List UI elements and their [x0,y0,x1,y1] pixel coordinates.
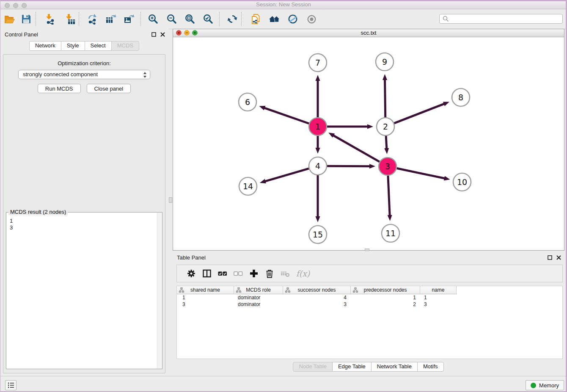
table-header-row: shared nameMCDS rolesuccessor nodesprede… [177,286,562,294]
import-table-icon[interactable] [63,12,77,26]
svg-text:4: 4 [315,161,320,171]
graph-node-2[interactable]: 2 [377,118,394,135]
graph-edge-2-3[interactable] [386,136,387,149]
column-header-name[interactable]: name [420,286,457,294]
graph-edge-arrowhead [369,164,375,168]
table-cell: dominator [234,295,283,301]
copy-view-icon[interactable] [248,12,263,26]
optimization-criterion-select[interactable]: strongly connected component [18,70,150,79]
graph-node-10[interactable]: 10 [453,173,471,191]
export-network-icon[interactable] [85,12,99,26]
svg-text:6: 6 [245,97,250,107]
column-header-MCDS-role[interactable]: MCDS role [234,286,283,294]
run-mcds-button[interactable]: Run MCDS [38,84,81,93]
close-table-panel-icon[interactable] [556,255,561,260]
graph-node-7[interactable]: 7 [309,54,327,72]
graph-node-15[interactable]: 15 [309,226,327,243]
svg-text:9: 9 [382,57,387,66]
network-view-window: scc.txt 7968124314101511 [173,29,564,251]
table-cell: dominator [234,301,283,307]
status-bar: Memory [0,376,567,392]
zoom-fit-icon[interactable] [183,12,197,26]
graph-edge-arrowhead [443,102,449,106]
memory-label: Memory [539,382,559,389]
column-label: MCDS role [246,287,271,293]
add-column-icon[interactable] [246,267,261,280]
network-window-titlebar[interactable]: scc.txt [173,29,564,37]
graph-edge-4-14[interactable] [264,168,309,181]
search-input[interactable] [451,14,562,23]
deselect-all-icon[interactable] [230,267,246,280]
memory-status-dot-icon [531,383,536,388]
graph-node-1[interactable]: 1 [309,118,327,135]
graph-node-11[interactable]: 11 [382,224,399,242]
tab-select[interactable]: Select [85,41,112,51]
select-all-icon[interactable] [215,267,230,280]
graph-edge-4-3[interactable] [327,166,370,166]
show-hide-eye-icon[interactable] [304,12,319,26]
delete-column-icon[interactable] [261,267,277,280]
tab-edge-table[interactable]: Edge Table [332,362,372,372]
column-header-predecessor-nodes[interactable]: predecessor nodes [351,286,420,294]
graph-edge-1-6[interactable] [264,108,309,124]
refresh-icon[interactable] [225,12,239,26]
open-session-icon[interactable] [2,12,17,26]
tab-mcds[interactable]: MCDS [111,41,139,51]
graph-node-8[interactable]: 8 [452,88,470,106]
vertical-splitter-handle[interactable] [169,197,172,203]
float-table-panel-icon[interactable] [547,255,552,260]
table-toolbar: f(x) [176,265,563,282]
network-canvas[interactable]: 7968124314101511 [173,37,564,250]
memory-button[interactable]: Memory [526,380,564,390]
tab-network[interactable]: Network [29,41,61,51]
table-row[interactable]: 3dominator323 [177,301,562,308]
table-cell: 4 [283,295,351,301]
home-icon[interactable] [267,12,281,26]
graph-edge-2-9[interactable] [385,79,385,117]
save-session-icon[interactable] [19,12,33,26]
graph-edge-arrowhead [384,148,389,154]
tab-node-table[interactable]: Node Table [293,362,333,372]
graph-node-4[interactable]: 4 [309,157,327,175]
column-header-successor-nodes[interactable]: successor nodes [283,286,351,294]
graph-node-3[interactable]: 3 [379,157,396,175]
graph-edge-3-1[interactable] [333,135,380,162]
close-panel-icon[interactable] [160,32,165,37]
column-type-icon [236,287,241,294]
export-image-icon[interactable] [122,12,136,26]
search-icon [443,16,449,22]
zoom-out-icon[interactable] [165,12,179,26]
show-column-icon[interactable] [199,267,215,280]
close-panel-button[interactable]: Close panel [87,84,131,93]
graph-edge-2-8[interactable] [394,104,445,123]
tab-network-table[interactable]: Network Table [371,362,418,372]
task-history-button[interactable] [5,380,17,390]
search-field[interactable] [439,14,563,24]
mcds-result-scrollbar[interactable] [157,213,162,369]
svg-text:7: 7 [315,58,320,67]
graph-node-6[interactable]: 6 [239,93,256,111]
horizontal-splitter-handle[interactable] [365,248,369,251]
svg-text:14: 14 [243,182,253,191]
table-settings-gear-icon[interactable] [183,267,199,280]
zoom-selected-icon[interactable] [201,12,215,26]
export-table-icon[interactable] [104,12,118,26]
graphics-details-icon[interactable] [286,12,300,26]
column-header-shared-name[interactable]: shared name [177,286,234,294]
table-row[interactable]: 1dominator411 [177,294,562,301]
graph-node-9[interactable]: 9 [376,53,394,71]
import-network-icon[interactable] [43,12,57,26]
graph-edge-3-11[interactable] [388,176,390,216]
column-label: predecessor nodes [363,287,407,293]
graph-node-14[interactable]: 14 [239,177,257,195]
table-panel: Table Panel f(x) shared nameMCDS rol [173,252,564,375]
float-panel-icon[interactable] [151,32,156,37]
mcds-result-list[interactable]: 1 3 [6,216,157,369]
graph-edge-3-10[interactable] [397,168,445,179]
zoom-in-icon[interactable] [146,12,160,26]
toolbar-separator [241,12,242,26]
tab-motifs[interactable]: Motifs [417,362,444,372]
control-panel-title: Control Panel [5,31,38,38]
tab-style[interactable]: Style [61,41,85,51]
graph-edge-arrowhead [316,75,320,81]
